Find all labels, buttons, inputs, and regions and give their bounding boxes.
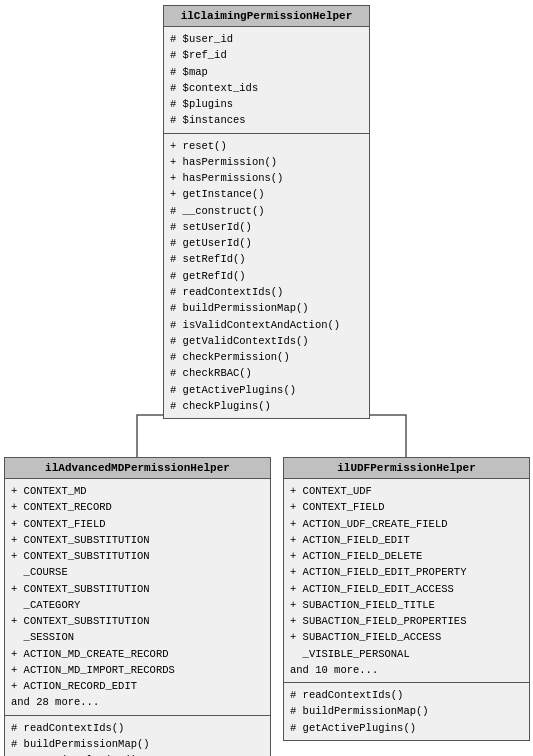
udf-fields: + CONTEXT_UDF + CONTEXT_FIELD + ACTION_U…	[284, 479, 529, 683]
diagram-container: ilClaimingPermissionHelper # $user_id # …	[0, 0, 533, 756]
claiming-title: ilClaimingPermissionHelper	[164, 6, 369, 27]
claiming-fields: # $user_id # $ref_id # $map # $context_i…	[164, 27, 369, 134]
udf-methods: # readContextIds() # buildPermissionMap(…	[284, 683, 529, 740]
claiming-methods: + reset() + hasPermission() + hasPermiss…	[164, 134, 369, 419]
advanced-title: ilAdvancedMDPermissionHelper	[5, 458, 270, 479]
advanced-methods: # readContextIds() # buildPermissionMap(…	[5, 716, 270, 756]
udf-box: ilUDFPermissionHelper + CONTEXT_UDF + CO…	[283, 457, 530, 741]
claiming-box: ilClaimingPermissionHelper # $user_id # …	[163, 5, 370, 419]
advanced-fields: + CONTEXT_MD + CONTEXT_RECORD + CONTEXT_…	[5, 479, 270, 716]
udf-title: ilUDFPermissionHelper	[284, 458, 529, 479]
advanced-box: ilAdvancedMDPermissionHelper + CONTEXT_M…	[4, 457, 271, 756]
